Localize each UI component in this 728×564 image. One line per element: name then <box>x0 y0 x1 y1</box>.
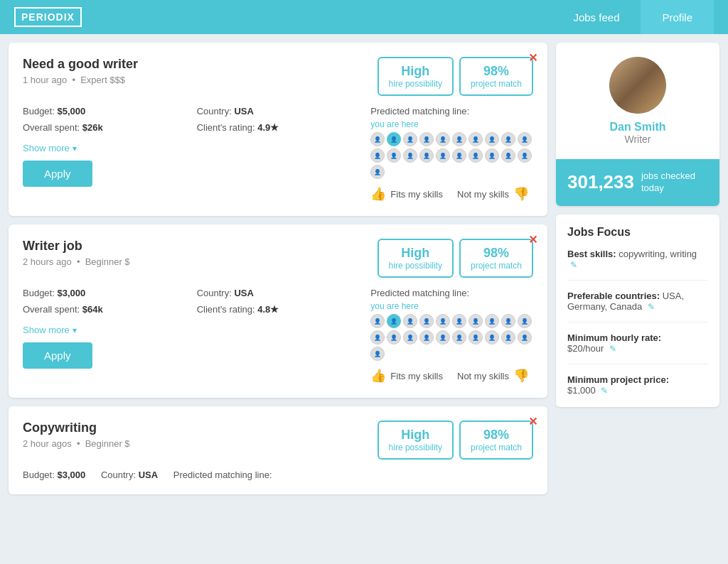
avatars-grid-2: 👤 👤 👤 👤 👤 👤 👤 👤 👤 👤 👤 👤 👤 👤 <box>370 314 533 361</box>
avatar2-9: 👤 <box>501 314 515 328</box>
avatar-image <box>609 57 666 114</box>
nav-tab-jobs-feed[interactable]: Jobs feed <box>552 0 641 34</box>
job-card-top-1: Need a good writer 1 hour ago • Expert $… <box>23 57 533 96</box>
avatar-20: 👤 <box>518 148 532 163</box>
avatar-9: 👤 <box>501 132 515 146</box>
jobs-focus-title: Jobs Focus <box>567 226 708 239</box>
profile-stats: 301,233 jobs checked today <box>556 159 719 206</box>
main-layout: ✕ Need a good writer 1 hour ago • Expert… <box>0 34 728 503</box>
edit-countries-icon[interactable]: ✎ <box>648 302 655 312</box>
badges-2: High hire possibility 98% project match <box>378 239 533 278</box>
thumbup-icon-2: 👍 <box>370 368 386 384</box>
avatar-1: 👤 <box>370 132 385 146</box>
avatar-10: 👤 <box>518 132 532 146</box>
rating-1: Client's rating: 4.9★ <box>197 122 360 133</box>
close-button-3[interactable]: ✕ <box>528 415 537 428</box>
thumbdown-icon: 👎 <box>513 186 529 202</box>
show-more-2: Show more ▾ <box>23 325 186 335</box>
not-skills-2[interactable]: Not my skills 👎 <box>457 368 529 384</box>
show-more-1: Show more ▾ <box>23 143 186 153</box>
matching-col-2: Predicted matching line: you are here 👤 … <box>370 288 533 384</box>
avatar-18: 👤 <box>485 148 499 163</box>
thumbup-icon: 👍 <box>370 186 386 202</box>
fits-skills-1[interactable]: 👍 Fits my skills <box>370 186 443 202</box>
edit-skills-icon[interactable]: ✎ <box>570 260 577 270</box>
chevron-down-icon: ▾ <box>73 143 77 153</box>
match-badge-3: 98% project match <box>459 421 533 460</box>
avatar2-20: 👤 <box>518 330 532 345</box>
job-title-2: Writer job <box>23 239 130 254</box>
country-1: Country: USA <box>197 106 360 116</box>
avatar2-10: 👤 <box>518 314 532 328</box>
fits-skills-2[interactable]: 👍 Fits my skills <box>370 368 443 384</box>
avatar-14: 👤 <box>419 148 434 163</box>
avatar-11: 👤 <box>370 148 385 163</box>
nav-tabs: Jobs feed Profile <box>552 0 714 34</box>
chevron-down-icon-2: ▾ <box>73 325 77 335</box>
job-location-col-2: Country: USA Client's rating: 4.8★ <box>197 288 360 384</box>
match-badge-1: 98% project match <box>459 57 533 96</box>
country-2: Country: USA <box>197 288 360 298</box>
focus-item-hourly: Minimum hourly rate: $20/hour ✎ <box>567 332 708 364</box>
avatar-17: 👤 <box>469 148 483 163</box>
rating-2: Client's rating: 4.8★ <box>197 304 360 315</box>
apply-button-1[interactable]: Apply <box>23 161 92 187</box>
thumbdown-icon-2: 👎 <box>513 368 529 384</box>
avatar2-14: 👤 <box>419 330 434 345</box>
job-title-3: Copywriting <box>23 421 130 435</box>
profile-role: Writer <box>570 134 705 145</box>
match-badge-2: 98% project match <box>459 239 533 278</box>
job-card-3: ✕ Copywriting 2 hour agos • Beginner $ H… <box>9 406 547 494</box>
avatar-19: 👤 <box>501 148 515 163</box>
avatar2-4: 👤 <box>419 314 434 328</box>
avatar-12: 👤 <box>387 148 401 163</box>
avatar2-18: 👤 <box>485 330 499 345</box>
job-meta-3: 2 hour agos • Beginner $ <box>23 438 130 449</box>
avatar-6: 👤 <box>452 132 466 146</box>
avatar2-17: 👤 <box>469 330 483 345</box>
jobs-focus-card: Jobs Focus Best skills: copywriting, wri… <box>556 215 719 407</box>
close-button-2[interactable]: ✕ <box>528 233 537 246</box>
nav-tab-profile[interactable]: Profile <box>641 0 714 34</box>
avatar2-2: 👤 <box>387 314 401 328</box>
spent-1: Overall spent: $26k <box>23 122 186 133</box>
job-info-1: Need a good writer 1 hour ago • Expert $… <box>23 57 138 85</box>
badges-3: High hire possibility 98% project match <box>378 421 533 460</box>
job-card-top-3: Copywriting 2 hour agos • Beginner $ Hig… <box>23 421 533 460</box>
job-meta-1: 1 hour ago • Expert $$$ <box>23 75 138 85</box>
job-info-3: Copywriting 2 hour agos • Beginner $ <box>23 421 130 449</box>
badges-1: High hire possibility 98% project match <box>378 57 533 96</box>
job-info-2: Writer job 2 hours ago • Beginner $ <box>23 239 130 267</box>
avatar2-11: 👤 <box>370 330 385 345</box>
spent-2: Overall spent: $64k <box>23 304 186 315</box>
not-skills-1[interactable]: Not my skills 👎 <box>457 186 529 202</box>
jobs-checked-label: jobs checked today <box>641 170 708 195</box>
hire-badge-2: High hire possibility <box>378 239 454 278</box>
job-card-content-2: Budget: $3,000 Overall spent: $64k Show … <box>23 288 533 384</box>
focus-item-countries: Preferable countries: USA, Germany, Cana… <box>567 291 708 322</box>
job-details-col-1: Budget: $5,000 Overall spent: $26k Show … <box>23 106 186 202</box>
feedback-row-1: 👍 Fits my skills Not my skills 👎 <box>370 186 533 202</box>
profile-card: Dan Smith Writer 301,233 jobs checked to… <box>556 43 719 206</box>
avatar2-1: 👤 <box>370 314 385 328</box>
sidebar: Dan Smith Writer 301,233 jobs checked to… <box>556 43 719 494</box>
jobs-column: ✕ Need a good writer 1 hour ago • Expert… <box>9 43 547 494</box>
job-partial-details-3: Budget: $3,000 Country: USA Predicted ma… <box>23 470 533 480</box>
profile-top: Dan Smith Writer <box>556 43 719 159</box>
avatar-16: 👤 <box>452 148 466 163</box>
avatar <box>609 57 666 114</box>
budget-1: Budget: $5,000 <box>23 106 186 116</box>
avatar2-19: 👤 <box>501 330 515 345</box>
avatar2-7: 👤 <box>469 314 483 328</box>
profile-name: Dan Smith <box>570 121 705 134</box>
avatars-grid-1: 👤 👤 👤 👤 👤 👤 👤 👤 👤 👤 👤 👤 👤 👤 <box>370 132 533 179</box>
job-card-content-1: Budget: $5,000 Overall spent: $26k Show … <box>23 106 533 202</box>
hire-badge-3: High hire possibility <box>378 421 454 460</box>
edit-hourly-icon[interactable]: ✎ <box>609 344 616 354</box>
apply-button-2[interactable]: Apply <box>23 342 92 369</box>
edit-project-icon[interactable]: ✎ <box>601 386 608 396</box>
close-button-1[interactable]: ✕ <box>528 51 537 65</box>
hire-badge-1: High hire possibility <box>378 57 454 96</box>
avatar2-15: 👤 <box>436 330 450 345</box>
avatar2-21: 👤 <box>370 347 385 361</box>
